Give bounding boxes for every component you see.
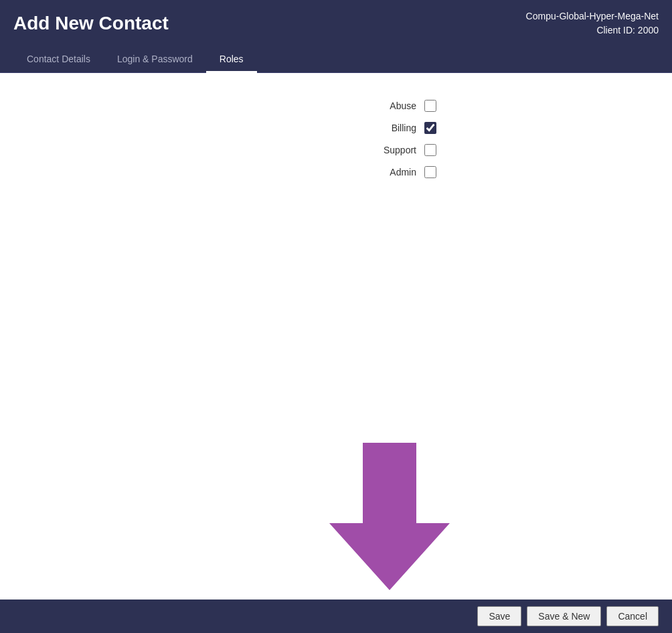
client-info: Compu-Global-Hyper-Mega-Net Client ID: 2… (526, 9, 659, 38)
role-label-abuse: Abuse (363, 100, 416, 111)
tabs-bar: Contact Details Login & Password Roles (0, 47, 672, 73)
save-button[interactable]: Save (477, 606, 521, 626)
role-checkbox-support[interactable] (424, 144, 436, 156)
roles-form: Abuse Billing Support Admin (13, 93, 659, 188)
footer: Save Save & New Cancel (0, 600, 672, 633)
role-checkbox-admin[interactable] (424, 166, 436, 178)
role-label-support: Support (363, 145, 416, 155)
role-label-billing: Billing (363, 123, 416, 133)
tab-login-password[interactable]: Login & Password (104, 47, 206, 73)
save-new-button[interactable]: Save & New (527, 606, 601, 626)
role-row-support: Support (236, 144, 436, 156)
page-header: Add New Contact Compu-Global-Hyper-Mega-… (0, 0, 672, 47)
role-row-abuse: Abuse (236, 100, 436, 112)
role-row-admin: Admin (236, 166, 436, 178)
tab-roles[interactable]: Roles (206, 47, 257, 73)
role-label-admin: Admin (363, 167, 416, 178)
role-checkbox-billing[interactable] (424, 122, 436, 134)
client-id: Client ID: 2000 (526, 23, 659, 38)
svg-marker-0 (329, 443, 450, 590)
cancel-button[interactable]: Cancel (606, 606, 659, 626)
tab-contact-details[interactable]: Contact Details (13, 47, 104, 73)
role-checkbox-abuse[interactable] (424, 100, 436, 112)
client-name: Compu-Global-Hyper-Mega-Net (526, 9, 659, 23)
role-row-billing: Billing (236, 122, 436, 134)
down-arrow-icon (323, 443, 456, 590)
page-title: Add New Contact (13, 13, 169, 34)
down-arrow-container (323, 443, 456, 593)
main-content: Abuse Billing Support Admin (0, 73, 672, 600)
